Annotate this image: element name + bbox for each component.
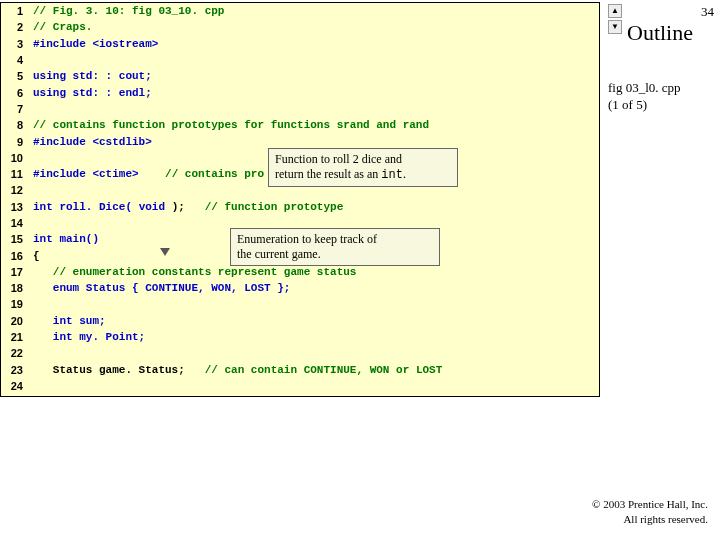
callout-enum: Enumeration to keep track of the current… (230, 228, 440, 266)
code-line: 24 (1, 378, 599, 394)
code-line: 3#include <iostream> (1, 36, 599, 52)
code-line: 23 Status game. Status; // can contain C… (1, 362, 599, 378)
code-line: 5using std: : cout; (1, 68, 599, 84)
code-line: 17 // enumeration constants represent ga… (1, 264, 599, 280)
code-line: 22 (1, 345, 599, 361)
outline-heading: Outline (602, 2, 718, 46)
code-line: 6using std: : endl; (1, 84, 599, 100)
copyright: © 2003 Prentice Hall, Inc. All rights re… (592, 497, 708, 526)
code-line: 1// Fig. 3. 10: fig 03_10. cpp (1, 3, 599, 19)
code-line: 2// Craps. (1, 19, 599, 35)
code-line: 20 int sum; (1, 313, 599, 329)
code-line: 8// contains function prototypes for fun… (1, 117, 599, 133)
code-listing: 1// Fig. 3. 10: fig 03_10. cpp2// Craps.… (0, 2, 600, 397)
outline-panel: Outline fig 03_l0. cpp (1 of 5) (602, 2, 718, 114)
code-line: 4 (1, 52, 599, 68)
code-line: 19 (1, 296, 599, 312)
code-line: 21 int my. Point; (1, 329, 599, 345)
callout-roll-dice: Function to roll 2 dice and return the r… (268, 148, 458, 187)
code-line: 18 enum Status { CONTINUE, WON, LOST }; (1, 280, 599, 296)
callout-leader-icon (160, 248, 170, 256)
code-line: 7 (1, 101, 599, 117)
code-line: 13int roll. Dice( void ); // function pr… (1, 199, 599, 215)
outline-file: fig 03_l0. cpp (1 of 5) (602, 46, 718, 114)
